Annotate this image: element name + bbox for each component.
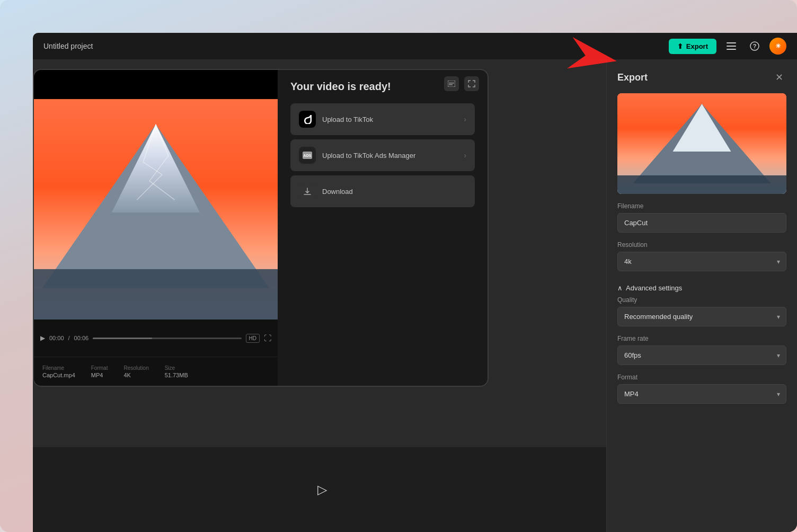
export-button[interactable]: ⬆ Export (669, 39, 716, 54)
meta-size: Size 51.73MB (165, 365, 188, 378)
total-time: 00:06 (74, 335, 89, 341)
upload-tiktokads-arrow: › (464, 151, 466, 159)
video-ready-dialog: ▶ 00:00 / 00:06 HD ⛶ Filename CapC (33, 69, 489, 387)
upload-tiktokads-label: Upload to TikTok Ads Manager (322, 152, 415, 159)
format-label: Format (617, 374, 786, 381)
arrow-pointer-container (565, 26, 637, 92)
preview-black-top (34, 70, 278, 99)
top-bar: Untitled project ⬆ Export ? ☀ (33, 33, 797, 59)
download-icon (299, 183, 316, 200)
svg-rect-0 (727, 42, 736, 43)
meta-format: Format MP4 (91, 365, 108, 378)
svg-rect-1 (727, 46, 736, 47)
advanced-settings-label: Advanced settings (626, 284, 682, 292)
tiktokads-icon: ADS (299, 147, 316, 164)
filename-section: Filename (607, 202, 797, 233)
meta-filename: Filename CapCut.mp4 (42, 365, 75, 378)
avatar-button[interactable]: ☀ (769, 38, 786, 55)
quality-indicator[interactable]: HD (246, 334, 260, 343)
resolution-select-wrapper: 1080p 2K 4k ▾ (617, 252, 786, 271)
export-preview-thumbnail (617, 93, 786, 194)
upload-tiktok-button[interactable]: Upload to TikTok › (290, 103, 475, 135)
upload-tiktok-label: Upload to TikTok (322, 116, 373, 123)
upload-tiktok-arrow: › (464, 115, 466, 123)
avatar-icon: ☀ (775, 42, 781, 50)
chevron-up-icon: ∧ (617, 284, 623, 292)
svg-rect-7 (449, 84, 453, 85)
separator: / (68, 335, 70, 341)
upload-tiktokads-button[interactable]: ADS Upload to TikTok Ads Manager › (290, 139, 475, 171)
quality-select-wrapper: Recommended quality High quality Low qua… (617, 307, 786, 326)
filename-label: Filename (617, 202, 786, 210)
top-bar-actions: ⬆ Export ? ☀ (669, 38, 786, 55)
framerate-section: Frame rate 24fps 30fps 60fps ▾ (607, 335, 797, 365)
dialog-actions: Your video is ready! Upload to TikTok › (278, 70, 488, 386)
advanced-settings-toggle[interactable]: ∧ Advanced settings (607, 280, 797, 296)
resolution-section: Resolution 1080p 2K 4k ▾ (607, 241, 797, 271)
export-panel-header: Export ✕ (607, 59, 797, 93)
bottom-area: ▷ (33, 447, 612, 532)
format-select[interactable]: MP4 MOV AVI (617, 384, 786, 404)
filename-input[interactable] (617, 213, 786, 233)
svg-rect-6 (449, 83, 454, 84)
framerate-label: Frame rate (617, 335, 786, 342)
dialog-inner: ▶ 00:00 / 00:06 HD ⛶ Filename CapC (34, 70, 488, 386)
svg-marker-18 (567, 37, 619, 77)
progress-fill (93, 338, 152, 339)
subtitle-icon[interactable] (444, 76, 459, 91)
svg-rect-17 (617, 175, 786, 194)
help-button[interactable]: ? (746, 38, 763, 55)
framerate-select-wrapper: 24fps 30fps 60fps ▾ (617, 345, 786, 365)
fullscreen-icon[interactable] (464, 76, 479, 91)
export-icon: ⬆ (677, 42, 683, 50)
preview-image (34, 99, 278, 320)
menu-button[interactable] (723, 38, 740, 55)
format-section: Format MP4 MOV AVI ▾ (607, 374, 797, 404)
play-icon: ▷ (317, 482, 327, 496)
ctrl-right: HD ⛶ (246, 334, 271, 343)
dialog-preview: ▶ 00:00 / 00:06 HD ⛶ Filename CapC (34, 70, 278, 386)
preview-meta: Filename CapCut.mp4 Format MP4 Resolutio… (34, 357, 278, 386)
dialog-top-icons (444, 76, 479, 91)
current-time: 00:00 (49, 335, 64, 341)
meta-resolution: Resolution 4K (123, 365, 148, 378)
resolution-label: Resolution (617, 241, 786, 249)
preview-controls: ▶ 00:00 / 00:06 HD ⛶ (34, 320, 278, 357)
app-container: Untitled project ⬆ Export ? ☀ (0, 0, 797, 532)
red-arrow-icon (565, 26, 637, 90)
svg-text:?: ? (753, 43, 757, 49)
progress-bar[interactable] (93, 338, 241, 339)
quality-label: Quality (617, 296, 786, 304)
svg-text:ADS: ADS (304, 154, 312, 157)
resolution-select[interactable]: 1080p 2K 4k (617, 252, 786, 271)
framerate-select[interactable]: 24fps 30fps 60fps (617, 345, 786, 365)
svg-rect-2 (727, 49, 736, 50)
fullscreen-control-icon[interactable]: ⛶ (264, 334, 271, 342)
close-export-panel-button[interactable]: ✕ (772, 70, 786, 85)
format-select-wrapper: MP4 MOV AVI ▾ (617, 384, 786, 404)
play-button[interactable]: ▷ (317, 482, 327, 497)
tiktok-icon (299, 111, 316, 128)
quality-section: Quality Recommended quality High quality… (607, 296, 797, 326)
export-panel: Export ✕ (606, 59, 797, 532)
svg-rect-5 (448, 81, 455, 87)
close-icon: ✕ (775, 72, 783, 83)
export-label: Export (686, 42, 708, 50)
svg-rect-11 (34, 269, 278, 320)
project-title: Untitled project (43, 42, 93, 50)
play-control-icon[interactable]: ▶ (40, 334, 45, 342)
download-button[interactable]: Download (290, 175, 475, 207)
quality-select[interactable]: Recommended quality High quality Low qua… (617, 307, 786, 326)
download-label: Download (322, 188, 353, 196)
